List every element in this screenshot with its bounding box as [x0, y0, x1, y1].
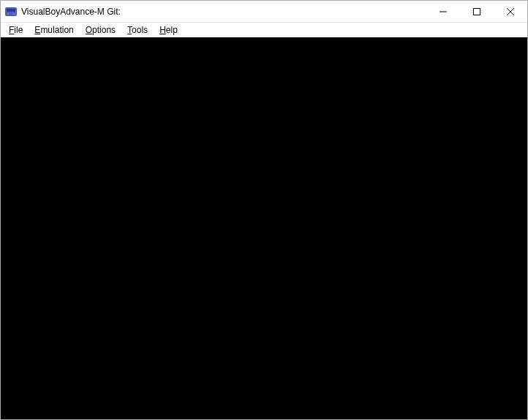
menu-options[interactable]: Options — [80, 24, 121, 36]
menu-help-rest: elp — [166, 25, 178, 35]
maximize-button[interactable] — [460, 1, 494, 22]
menu-options-rest: ptions — [92, 25, 116, 35]
svg-rect-1 — [7, 9, 15, 12]
application-window: VisualBoyAdvance-M Git: File Emulation O… — [0, 0, 528, 420]
svg-point-3 — [13, 13, 15, 15]
menu-emulation[interactable]: Emulation — [29, 24, 78, 36]
minimize-button[interactable] — [426, 1, 460, 22]
titlebar[interactable]: VisualBoyAdvance-M Git: — [1, 1, 527, 23]
window-title: VisualBoyAdvance-M Git: — [21, 7, 121, 17]
window-controls — [426, 1, 527, 22]
menubar: File Emulation Options Tools Help — [1, 23, 527, 37]
menu-help[interactable]: Help — [154, 24, 183, 36]
close-button[interactable] — [494, 1, 527, 22]
menu-emulation-rest: mulation — [40, 25, 73, 35]
menu-file[interactable]: File — [4, 24, 28, 36]
menu-file-rest: ile — [14, 25, 23, 35]
menu-tools[interactable]: Tools — [122, 24, 153, 36]
display-area — [1, 37, 527, 419]
menu-tools-rest: ools — [132, 25, 148, 35]
svg-rect-5 — [474, 8, 480, 15]
app-icon — [5, 7, 17, 17]
svg-point-2 — [7, 13, 9, 15]
